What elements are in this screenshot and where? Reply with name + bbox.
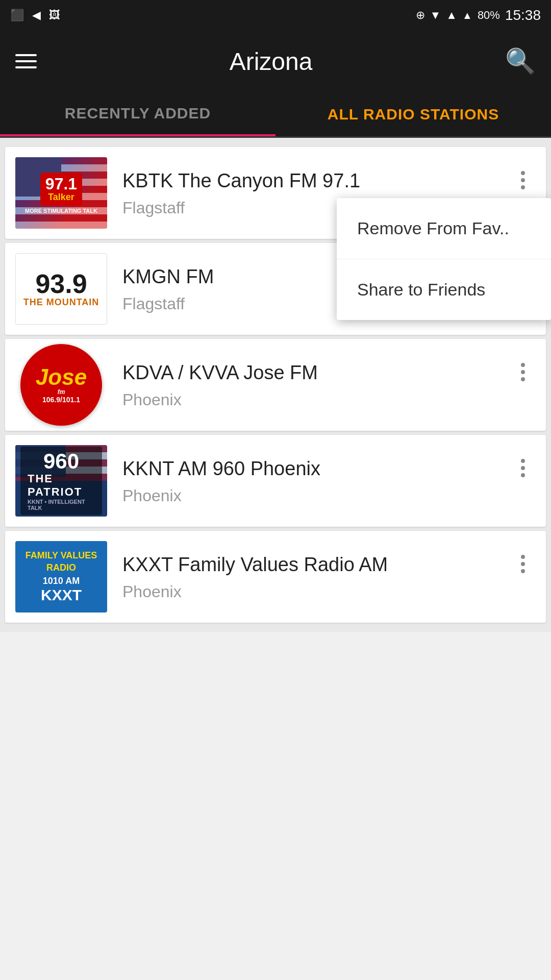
kbtk-subtitle: MORE STIMULATING TALK [25,208,97,214]
jose-frequency: 106.9/101.1 [42,396,80,404]
station-logo-patriot: 960 THE PATRIOT KKNT • INTELLIGENT TALK [15,445,107,517]
station-name-kbtk: KBTK The Canyon FM 97.1 [122,168,510,193]
signal2-icon: ▲ [462,10,472,21]
share-to-friends-button[interactable]: Share to Friends [337,259,551,320]
more-options-button-kbtk[interactable] [510,157,536,198]
kxxt-freq: 1010 AM [43,576,80,586]
station-list: 97.1 Talker MORE STIMULATING TALK KBTK T… [0,138,551,632]
back-icon: ◀ [32,9,41,22]
more-options-button-kdva[interactable] [510,349,536,390]
status-time: 15:38 [505,7,541,23]
station-name-kxxt: KXXT Family Values Radio AM [122,552,510,577]
station-logo-kxxt: FAMILY VALUESRADIO 1010 AM KXXT [15,541,107,612]
station-logo-jose: Jose fm 106.9/101.1 [15,349,107,421]
status-bar-right: ⊕ ▼ ▲ ▲ 80% 15:38 [416,7,541,23]
station-name-kdva: KDVA / KVVA Jose FM [122,360,510,385]
wifi-icon: ▼ [430,9,441,22]
kxxt-call: KXXT [41,586,82,604]
image-icon: 🖼 [49,9,60,22]
station-logo-kmgn: 93.9 THE MOUNTAIN [15,253,107,325]
battery-indicator: 80% [478,9,500,22]
station-info-kknt: KKNT AM 960 Phoenix Phoenix [122,456,510,505]
station-info-kxxt: KXXT Family Values Radio AM Phoenix [122,552,510,601]
station-info-kdva: KDVA / KVVA Jose FM Phoenix [122,360,510,409]
three-dots-icon [521,555,525,573]
more-options-button-kxxt[interactable] [510,541,536,582]
kmgn-subtitle: THE MOUNTAIN [23,297,99,308]
tab-recently-added[interactable]: RECENTLY ADDED [0,92,276,136]
three-dots-icon [521,363,525,381]
station-location-kdva: Phoenix [122,390,510,409]
station-logo-kbtk: 97.1 Talker MORE STIMULATING TALK [15,157,107,229]
kbtk-frequency: 97.1 [45,176,77,192]
station-card-kknt[interactable]: 960 THE PATRIOT KKNT • INTELLIGENT TALK … [5,435,546,527]
signal1-icon: ▲ [446,9,457,22]
tab-all-radio-stations[interactable]: ALL RADIO STATIONS [276,92,551,136]
page-title: Arizona [230,47,313,76]
three-dots-icon [521,171,525,189]
context-menu: Remove From Fav.. Share to Friends [337,198,551,320]
patriot-name: THE PATRIOT [28,472,95,499]
station-name-kknt: KKNT AM 960 Phoenix [122,456,510,481]
kxxt-logo-text: FAMILY VALUESRADIO [26,550,97,574]
hamburger-menu-button[interactable] [15,54,37,68]
jose-subtitle: fm [58,388,65,396]
search-icon[interactable]: 🔍 [505,47,536,76]
station-location-kknt: Phoenix [122,486,510,505]
remove-from-fav-button[interactable]: Remove From Fav.. [337,198,551,259]
station-card-kdva[interactable]: Jose fm 106.9/101.1 KDVA / KVVA Jose FM … [5,339,546,431]
circle-plus-icon: ⊕ [416,9,425,22]
patriot-sub: KKNT • INTELLIGENT TALK [28,499,95,511]
station-card-kxxt[interactable]: FAMILY VALUESRADIO 1010 AM KXXT KXXT Fam… [5,531,546,623]
patriot-num: 960 [43,451,79,472]
more-options-button-kknt[interactable] [510,445,536,486]
kmgn-frequency: 93.9 [35,271,87,297]
notification-icon: ⬛ [10,9,24,22]
jose-name: Jose [36,366,87,388]
three-dots-icon [521,459,525,477]
app-header: Arizona 🔍 [0,31,551,92]
tab-bar: RECENTLY ADDED ALL RADIO STATIONS [0,92,551,138]
status-bar: ⬛ ◀ 🖼 ⊕ ▼ ▲ ▲ 80% 15:38 [0,0,551,31]
station-location-kxxt: Phoenix [122,582,510,601]
station-card-kbtk[interactable]: 97.1 Talker MORE STIMULATING TALK KBTK T… [5,147,546,239]
status-bar-left: ⬛ ◀ 🖼 [10,9,60,22]
